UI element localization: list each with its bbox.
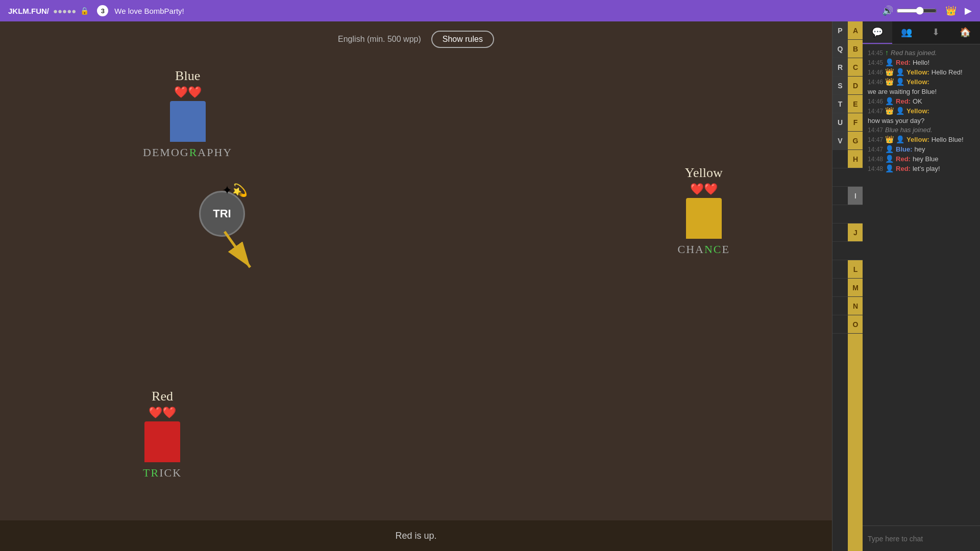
yellow-word-prefix: CHA [678, 243, 704, 256]
alphabet-left-cell[interactable]: S [832, 77, 848, 95]
alphabet-left-cell[interactable] [832, 168, 848, 187]
chat-message: 14:46👤Red:OK [868, 97, 975, 105]
sidebar: 💬 👥 ⬇ 🏠 14:45↑Red has joined.14:45👤Red:H… [863, 21, 980, 551]
alphabet-right-cell[interactable] [848, 168, 863, 187]
red-word: TRICK [143, 466, 182, 480]
alphabet-left-cell[interactable]: U [832, 113, 848, 132]
alphabet-right-cell[interactable]: I [848, 187, 863, 205]
sidebar-tabs: 💬 👥 ⬇ 🏠 [863, 21, 980, 44]
alphabet-left-cell[interactable]: V [832, 132, 848, 150]
room-code: ●●●●● [53, 7, 76, 15]
tab-download[interactable]: ⬇ [921, 21, 951, 44]
crown-icon: 👑 [885, 68, 894, 76]
show-rules-button[interactable]: Show rules [431, 31, 494, 48]
blue-word-prefix: DEMOG [143, 146, 189, 159]
chat-system-text: Blue has joined. [885, 126, 933, 134]
alphabet-right-cell[interactable]: D [848, 77, 863, 95]
person-icon: 👤 [885, 58, 894, 66]
lock-icon: 🔒 [80, 7, 89, 15]
person-icon: 👤 [885, 155, 894, 163]
blue-word-suffix: APHY [198, 146, 232, 159]
alphabet-left-cell[interactable] [832, 150, 848, 168]
alphabet-right-cell[interactable]: A [848, 21, 863, 40]
red-name: Red [152, 389, 173, 404]
person-icon: 👤 [885, 164, 894, 172]
red-body [144, 421, 180, 462]
chat-username: Yellow: [906, 136, 929, 143]
chat-username: Red: [896, 97, 911, 105]
crown-icon: 👑 [885, 135, 894, 143]
player-count-badge: 3 [97, 5, 108, 16]
chat-message: 14:46👑👤Yellow:Hello Red! [868, 68, 975, 76]
arrow-container [219, 227, 260, 280]
language-info: English (min. 500 wpp) [338, 35, 421, 44]
yellow-body [686, 198, 722, 239]
tab-home[interactable]: 🏠 [951, 21, 981, 44]
chat-message: 14:48👤Red:let's play! [868, 164, 975, 172]
alphabet-sidebar: PQRSTUV ABCDEFGHIJLMNO [832, 21, 863, 551]
alphabet-right-cell[interactable]: E [848, 95, 863, 113]
chat-message: 14:47👤Blue:hey [868, 145, 975, 153]
alphabet-left-cell[interactable] [832, 242, 848, 260]
topbar-right: 🔊 👑 ▶ [882, 5, 972, 16]
alphabet-right-cell[interactable]: N [848, 297, 863, 315]
status-text: Red is up. [395, 531, 436, 541]
yellow-hearts: ❤️❤️ [690, 183, 718, 196]
chat-timestamp: 14:46 [868, 69, 883, 76]
alphabet-right-cell[interactable]: M [848, 279, 863, 297]
alphabet-right-cell[interactable] [848, 242, 863, 260]
alphabet-left-cell[interactable] [832, 223, 848, 242]
blue-word: DEMOGRAPHY [143, 146, 232, 159]
alphabet-left-cell[interactable] [832, 297, 848, 315]
red-hearts: ❤️❤️ [149, 406, 176, 419]
alphabet-left-cell[interactable] [832, 315, 848, 334]
direction-arrow [219, 227, 260, 278]
volume-slider[interactable] [896, 7, 937, 15]
alphabet-right-cell[interactable] [848, 205, 863, 223]
crown-icon[interactable]: 👑 [945, 5, 957, 16]
alphabet-right-cell[interactable]: O [848, 315, 863, 334]
alphabet-left-cell[interactable] [832, 260, 848, 279]
alphabet-right-cell[interactable]: F [848, 113, 863, 132]
alphabet-right-cell[interactable]: C [848, 58, 863, 77]
chat-username: Blue: [896, 145, 913, 153]
tab-chat[interactable]: 💬 [863, 21, 892, 44]
alphabet-left-cell[interactable]: T [832, 95, 848, 113]
tab-players[interactable]: 👥 [892, 21, 922, 44]
game-area: English (min. 500 wpp) Show rules Blue ❤… [0, 21, 832, 551]
alphabet-left-cell[interactable]: R [832, 58, 848, 77]
person-icon: 👤 [896, 68, 904, 76]
person-icon: 👤 [885, 97, 894, 105]
chat-timestamp: 14:46 [868, 98, 883, 105]
game-header: English (min. 500 wpp) Show rules [0, 21, 832, 53]
alphabet-left-cell[interactable]: P [832, 21, 848, 40]
chat-username: Yellow: [906, 68, 929, 76]
person-icon: 👤 [896, 135, 904, 143]
topbar-left: JKLM.FUN/ ●●●●● 🔒 3 We love BombParty! [8, 5, 882, 16]
chat-timestamp: 14:46 [868, 79, 883, 86]
alphabet-left-cell[interactable]: Q [832, 40, 848, 58]
alphabet-left-cell[interactable] [832, 279, 848, 297]
chat-input-bar [863, 525, 980, 551]
status-bar: Red is up. [0, 520, 832, 551]
alphabet-left-cell[interactable] [832, 205, 848, 223]
join-icon: ↑ [885, 48, 889, 57]
chat-timestamp: 14:48 [868, 165, 883, 172]
red-word-suffix: CK [164, 466, 182, 479]
alphabet-right-cell[interactable]: J [848, 223, 863, 242]
chat-text: we are waiting for Blue! [868, 88, 937, 95]
game-field: Blue ❤️❤️ DEMOGRAPHY Yellow ❤️❤️ CHANCE … [0, 53, 832, 520]
blue-name: Blue [175, 68, 200, 84]
volume-icon: 🔊 [882, 5, 893, 16]
alphabet-right-cell[interactable]: L [848, 260, 863, 279]
chat-input[interactable] [868, 535, 975, 543]
alphabet-right-cell[interactable]: B [848, 40, 863, 58]
play-icon[interactable]: ▶ [965, 5, 972, 16]
alphabet-right-cell[interactable]: G [848, 132, 863, 150]
alphabet-right-cell[interactable]: H [848, 150, 863, 168]
alphabet-left-cell[interactable] [832, 187, 848, 205]
alphabet-col-right: ABCDEFGHIJLMNO [848, 21, 863, 551]
chat-text: Hello Red! [932, 68, 963, 76]
chat-message: 14:45👤Red:Hello! [868, 58, 975, 66]
volume-control: 🔊 [882, 5, 937, 16]
